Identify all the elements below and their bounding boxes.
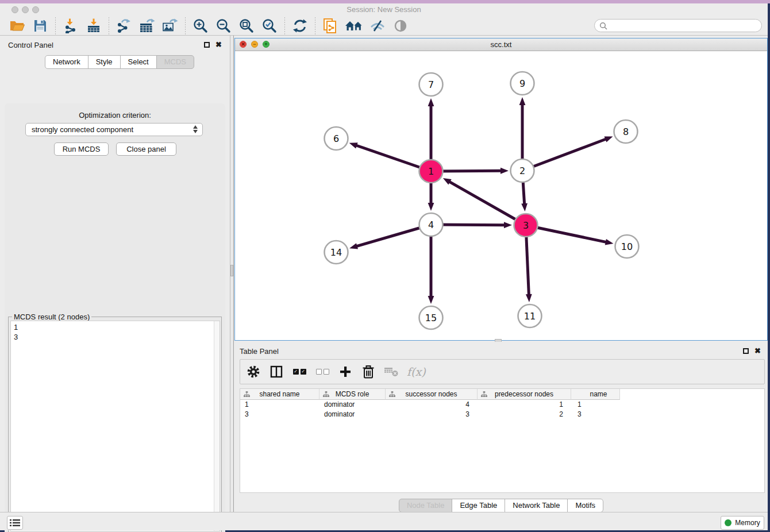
node-table: shared name MCDS role successor nodes pr…	[240, 388, 765, 493]
panel-splitter[interactable]	[230, 36, 234, 512]
graph-node-4[interactable]: 4	[419, 213, 443, 236]
zoom-fit-icon[interactable]	[238, 17, 255, 35]
export-network-icon[interactable]	[116, 17, 133, 35]
column-header-shared-name[interactable]: shared name	[240, 389, 319, 400]
function-builder-icon: f(x)	[407, 363, 426, 380]
zoom-selected-icon[interactable]	[261, 17, 278, 35]
export-table-icon[interactable]	[138, 17, 156, 35]
tab-mcds[interactable]: MCDS	[156, 55, 194, 69]
search-input[interactable]	[610, 22, 757, 30]
zoom-out-icon[interactable]	[215, 17, 232, 35]
svg-text:10: 10	[621, 241, 633, 252]
svg-text:8: 8	[623, 126, 629, 137]
graph-node-7[interactable]: 7	[419, 73, 443, 96]
splitter-handle[interactable]	[230, 265, 233, 276]
select-all-icon[interactable]: ✓✓	[292, 363, 307, 380]
svg-text:7: 7	[428, 79, 434, 90]
graph-node-8[interactable]: 8	[614, 120, 638, 143]
svg-text:2: 2	[519, 165, 525, 176]
control-panel-title: Control Panel	[8, 41, 53, 49]
graph-node-9[interactable]: 9	[511, 72, 534, 95]
titlebar: Session: New Session	[0, 3, 768, 16]
column-header-name[interactable]: name	[571, 389, 620, 400]
unselect-all-icon[interactable]	[315, 363, 330, 380]
export-image-icon[interactable]	[161, 17, 179, 35]
network-canvas[interactable]: 1234678910111415	[235, 51, 767, 340]
table-row[interactable]: 3dominator323	[240, 410, 764, 419]
refresh-layout-icon[interactable]	[291, 17, 309, 35]
close-panel-button[interactable]: Close panel	[116, 142, 176, 156]
tab-network[interactable]: Network	[45, 55, 88, 69]
open-folder-icon[interactable]	[9, 17, 26, 35]
close-table-panel-icon[interactable]: ✖	[754, 347, 761, 354]
graph-edge-arrowhead	[526, 294, 532, 302]
table-row[interactable]: 1dominator411	[240, 400, 764, 410]
search-icon	[599, 22, 607, 30]
clone-network-icon[interactable]	[322, 17, 339, 35]
graph-edge-arrowhead	[521, 203, 528, 211]
mcds-result-box: MCDS result (2 nodes) 1 3	[8, 317, 222, 532]
network-window-title: scc.txt	[235, 40, 767, 49]
import-table-icon[interactable]	[85, 17, 102, 35]
criterion-select[interactable]: strongly connected component	[25, 123, 203, 136]
table-panel-title: Table Panel	[240, 347, 279, 356]
close-panel-icon[interactable]: ✖	[215, 41, 222, 48]
graph-node-10[interactable]: 10	[615, 235, 639, 258]
graph-edge-3-1[interactable]	[449, 182, 526, 225]
search-box[interactable]	[594, 19, 762, 32]
graph-edge-arrowhead	[504, 222, 512, 228]
graph-edge-arrowhead	[349, 243, 358, 249]
svg-text:6: 6	[333, 133, 339, 144]
toolbar-separator	[185, 17, 186, 34]
column-header-predecessor-nodes[interactable]: predecessor nodes	[478, 389, 571, 400]
network-window: ✕ − + scc.txt 1234678910111415	[234, 38, 768, 341]
svg-text:15: 15	[425, 313, 437, 323]
graph-node-3[interactable]: 3	[514, 214, 538, 237]
tab-style[interactable]: Style	[88, 55, 121, 69]
graph-node-14[interactable]: 14	[325, 241, 348, 264]
column-header-mcds-role[interactable]: MCDS role	[319, 389, 386, 400]
float-panel-icon[interactable]	[204, 42, 210, 48]
graph-edge-arrowhead	[428, 296, 434, 304]
graph-node-6[interactable]: 6	[325, 127, 348, 150]
show-eye-icon[interactable]	[392, 17, 409, 35]
graph-edge-arrowhead	[428, 203, 434, 211]
graph-node-1[interactable]: 1	[419, 160, 443, 183]
float-table-panel-icon[interactable]	[743, 348, 749, 354]
tab-edge-table[interactable]: Edge Table	[452, 499, 505, 512]
select-spinner-icon	[193, 125, 198, 133]
import-network-icon[interactable]	[62, 17, 79, 35]
save-icon[interactable]	[32, 17, 49, 35]
tab-network-table[interactable]: Network Table	[505, 499, 568, 512]
toolbar-separator	[315, 17, 315, 34]
settings-gear-icon[interactable]	[246, 363, 261, 380]
graph-node-11[interactable]: 11	[518, 304, 542, 327]
run-mcds-button[interactable]: Run MCDS	[54, 142, 109, 156]
hide-eye-icon[interactable]	[369, 17, 386, 35]
column-header-successor-nodes[interactable]: successor nodes	[386, 389, 478, 400]
delete-column-icon[interactable]	[361, 363, 376, 380]
graph-node-15[interactable]: 15	[419, 306, 443, 329]
graph-edge-2-8[interactable]	[522, 139, 606, 171]
add-column-icon[interactable]	[338, 363, 353, 380]
mcds-result-area[interactable]: 1 3	[10, 321, 220, 531]
main-toolbar	[0, 16, 768, 36]
status-bar: Memory	[0, 512, 768, 530]
result-scrollbar[interactable]	[214, 321, 220, 531]
graph-edge-arrowhead	[519, 97, 526, 105]
zoom-in-icon[interactable]	[192, 17, 209, 35]
graph-node-2[interactable]: 2	[511, 159, 534, 182]
tab-motifs[interactable]: Motifs	[567, 499, 603, 512]
svg-text:9: 9	[519, 78, 525, 89]
home-icon[interactable]	[345, 17, 363, 35]
control-panel-tabs: NetworkStyleSelectMCDS	[45, 55, 194, 69]
graph-edge-arrowhead	[500, 168, 509, 174]
memory-status-icon	[725, 519, 732, 526]
tab-select[interactable]: Select	[120, 55, 157, 69]
split-columns-icon[interactable]	[269, 363, 284, 380]
network-graph[interactable]: 1234678910111415	[235, 51, 767, 340]
network-window-titlebar[interactable]: ✕ − + scc.txt	[235, 38, 767, 51]
memory-button[interactable]: Memory	[721, 516, 764, 530]
tab-node-table[interactable]: Node Table	[399, 499, 453, 512]
task-history-button[interactable]	[7, 516, 23, 530]
